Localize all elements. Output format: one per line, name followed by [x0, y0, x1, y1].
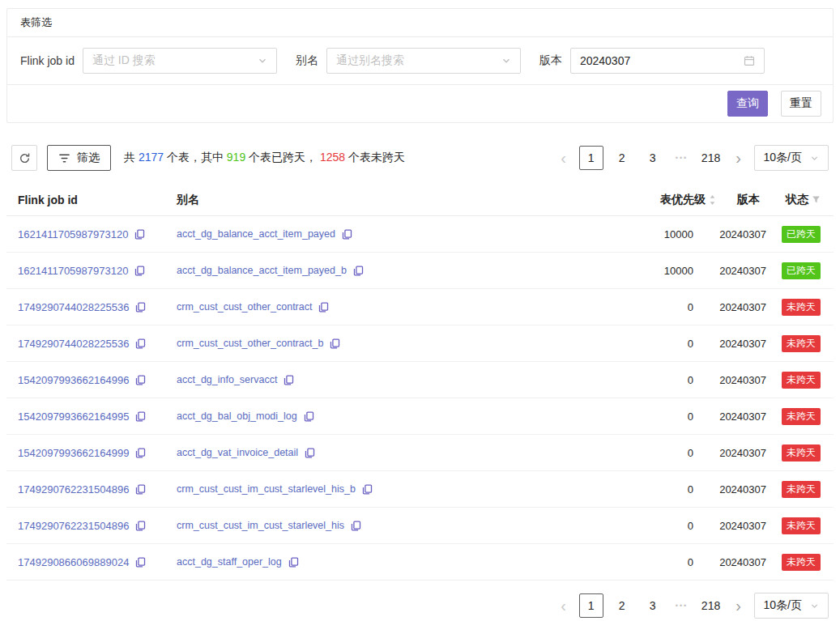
version-date-input[interactable]: 20240307 — [570, 48, 765, 74]
version-label: 版本 — [539, 53, 562, 68]
alias-link[interactable]: crm_cust_cust_other_contract — [177, 301, 312, 313]
job-id-link[interactable]: 1749290762231504896 — [18, 520, 129, 532]
page-size-select[interactable]: 10条/页 — [754, 145, 829, 171]
calendar-icon — [744, 55, 755, 66]
page-button-last[interactable]: 218 — [699, 146, 723, 170]
copy-icon[interactable] — [342, 229, 352, 240]
status-badge: 未跨天 — [782, 408, 821, 425]
alias-link[interactable]: crm_cust_cust_im_cust_starlevel_his — [177, 520, 344, 531]
copy-icon[interactable] — [362, 484, 373, 495]
copy-icon[interactable] — [318, 302, 329, 313]
filter-funnel-icon[interactable] — [812, 195, 821, 204]
page-button-3[interactable]: 3 — [641, 146, 665, 170]
alias-link[interactable]: acct_dg_info_servacct — [177, 374, 277, 385]
copy-icon[interactable] — [135, 484, 146, 495]
copy-icon[interactable] — [330, 338, 340, 349]
version-value: 20240307 — [716, 520, 766, 532]
alias-label: 别名 — [296, 53, 318, 68]
job-id-cell: 1621411705987973120 — [18, 228, 177, 240]
priority-value: 0 — [570, 338, 716, 350]
job-id-cell: 1749290744028225536 — [18, 338, 177, 350]
job-id-link[interactable]: 1749290744028225536 — [18, 338, 129, 350]
version-value-input: 20240307 — [580, 54, 744, 67]
page: 表筛选 Flink job id 通过 ID 搜索 别名 通过别名搜索 — [0, 0, 840, 619]
copy-icon[interactable] — [134, 266, 145, 276]
table-row: 1542097993662164996 acct_dg_info_servacc… — [6, 362, 834, 398]
flink-id-group: Flink job id 通过 ID 搜索 — [20, 48, 277, 74]
alias-cell: acct_dg_staff_oper_log — [177, 556, 570, 568]
prev-page-button[interactable]: ‹ — [555, 593, 573, 618]
copy-icon[interactable] — [353, 266, 364, 276]
page-button-2[interactable]: 2 — [610, 593, 634, 618]
alias-link[interactable]: acct_dg_balance_acct_item_payed_b — [177, 265, 347, 276]
filter-form: Flink job id 通过 ID 搜索 别名 通过别名搜索 — [7, 37, 833, 85]
page-button-1[interactable]: 1 — [579, 593, 603, 618]
job-id-link[interactable]: 1542097993662164999 — [18, 447, 129, 459]
version-value: 20240307 — [716, 410, 766, 423]
copy-icon[interactable] — [134, 229, 145, 240]
reset-button[interactable]: 重置 — [781, 91, 821, 117]
page-button-2[interactable]: 2 — [610, 146, 634, 170]
priority-value: 10000 — [570, 228, 716, 240]
job-id-cell: 1749290866069889024 — [18, 556, 177, 568]
alias-link[interactable]: acct_dg_staff_oper_log — [177, 556, 282, 568]
query-button[interactable]: 查询 — [727, 91, 768, 117]
column-header-priority[interactable]: 表优先级 — [570, 193, 716, 207]
job-id-link[interactable]: 1749290866069889024 — [18, 556, 129, 568]
page-button-1[interactable]: 1 — [579, 146, 603, 170]
version-value: 20240307 — [716, 265, 766, 277]
job-id-link[interactable]: 1621411705987973120 — [18, 228, 128, 240]
next-page-button[interactable]: › — [730, 593, 748, 618]
page-button-last[interactable]: 218 — [699, 593, 723, 618]
pagination: ‹ 1 2 3 ••• 218 › 10条/页 — [555, 593, 829, 619]
alias-link[interactable]: acct_dg_balance_acct_item_payed — [177, 228, 335, 240]
job-id-link[interactable]: 1542097993662164996 — [18, 374, 129, 386]
copy-icon[interactable] — [351, 521, 361, 531]
job-id-cell: 1621411705987973120 — [18, 265, 177, 277]
page-size-select[interactable]: 10条/页 — [754, 593, 829, 619]
copy-icon[interactable] — [304, 411, 314, 422]
alias-link[interactable]: crm_cust_cust_other_contract_b — [177, 338, 323, 349]
filter-toggle-button[interactable]: 筛选 — [47, 145, 111, 171]
job-id-cell: 1542097993662164999 — [18, 447, 177, 459]
page-ellipsis[interactable]: ••• — [672, 146, 693, 170]
page-ellipsis[interactable]: ••• — [672, 593, 693, 618]
copy-icon[interactable] — [288, 557, 299, 568]
sort-icon[interactable] — [709, 194, 716, 206]
next-page-button[interactable]: › — [730, 146, 748, 170]
filter-actions: 查询 重置 — [7, 85, 833, 122]
page-button-3[interactable]: 3 — [641, 593, 665, 618]
copy-icon[interactable] — [305, 448, 315, 458]
copy-icon[interactable] — [135, 302, 146, 313]
alias-cell: acct_dg_vat_invoice_detail — [177, 447, 570, 458]
status-badge: 已跨天 — [782, 262, 821, 279]
status-cell: 未跨天 — [766, 335, 821, 352]
total-count: 2177 — [139, 151, 164, 164]
copy-icon[interactable] — [135, 557, 146, 568]
copy-icon[interactable] — [135, 448, 146, 458]
priority-value: 0 — [570, 520, 716, 532]
summary-text: 共 2177 个表，其中 919 个表已跨天， 1258 个表未跨天 — [124, 151, 405, 165]
copy-icon[interactable] — [135, 338, 146, 349]
priority-value: 0 — [570, 483, 716, 496]
job-id-link[interactable]: 1749290762231504896 — [18, 483, 129, 496]
copy-icon[interactable] — [135, 375, 146, 385]
status-badge: 未跨天 — [782, 444, 821, 461]
alias-link[interactable]: acct_dg_bal_obj_modi_log — [177, 410, 297, 422]
version-value: 20240307 — [716, 301, 766, 313]
alias-cell: crm_cust_cust_im_cust_starlevel_his_b — [177, 483, 570, 495]
alias-select[interactable]: 通过别名搜索 — [326, 48, 521, 74]
flink-id-select[interactable]: 通过 ID 搜索 — [83, 48, 277, 74]
copy-icon[interactable] — [135, 521, 146, 531]
alias-link[interactable]: crm_cust_cust_im_cust_starlevel_his_b — [177, 483, 356, 495]
job-id-link[interactable]: 1621411705987973120 — [18, 265, 128, 277]
copy-icon[interactable] — [284, 375, 294, 385]
copy-icon[interactable] — [135, 411, 146, 422]
version-group: 版本 20240307 — [539, 48, 765, 74]
table-row: 1542097993662164995 acct_dg_bal_obj_modi… — [6, 398, 834, 435]
refresh-button[interactable] — [11, 145, 37, 171]
prev-page-button[interactable]: ‹ — [555, 146, 573, 170]
job-id-link[interactable]: 1542097993662164995 — [18, 410, 129, 423]
alias-link[interactable]: acct_dg_vat_invoice_detail — [177, 447, 298, 458]
job-id-link[interactable]: 1749290744028225536 — [18, 301, 129, 313]
